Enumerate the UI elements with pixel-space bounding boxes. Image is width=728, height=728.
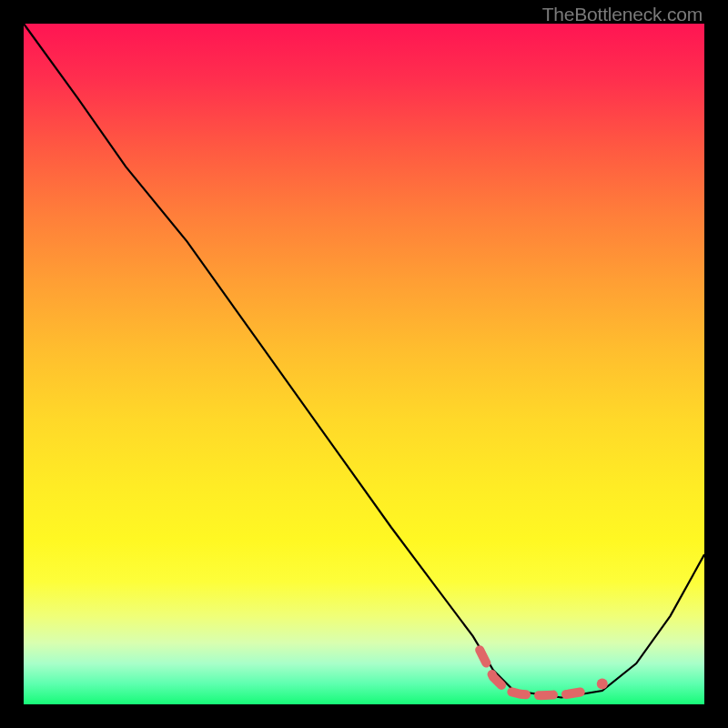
- chart-svg: [24, 24, 704, 704]
- optimal-zone: [480, 650, 589, 695]
- bottleneck-curve: [24, 24, 704, 698]
- optimal-point: [597, 679, 608, 690]
- watermark-text: TheBottleneck.com: [542, 4, 703, 25]
- chart-container: TheBottleneck.com: [0, 0, 728, 728]
